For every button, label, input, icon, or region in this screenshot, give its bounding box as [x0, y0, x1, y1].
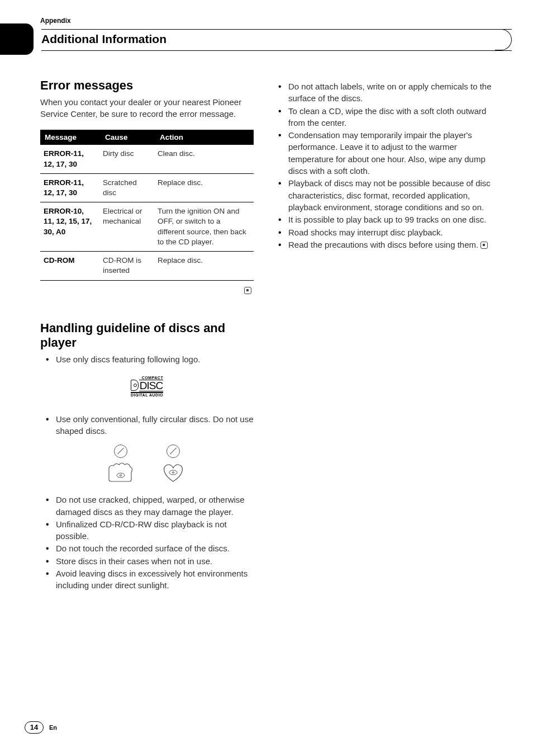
prohibit-icon [114, 445, 127, 458]
list-item-text: Read the precautions with discs before u… [288, 240, 478, 249]
svg-point-0 [117, 473, 125, 478]
disc-icon [131, 380, 139, 391]
section-title-bar: Additional Information [41, 32, 512, 50]
right-column: Do not attach labels, write on or apply … [273, 73, 496, 592]
list-item: Unfinalized CD-R/CD-RW disc playback is … [40, 518, 254, 542]
bullet-list: Use only conventional, fully circular di… [40, 413, 254, 437]
svg-point-1 [120, 475, 122, 476]
section-title: Additional Information [41, 32, 181, 46]
cell-message: CD-ROM [40, 252, 101, 280]
side-black-tab [0, 23, 34, 55]
list-item: Condensation may temporarily impair the … [273, 129, 496, 177]
cell-message: ERROR-10, 11, 12, 15, 17, 30, A0 [40, 202, 101, 252]
svg-point-3 [172, 472, 174, 473]
list-item: Do not use cracked, chipped, warped, or … [40, 494, 254, 518]
cell-cause: Electrical or mechanical [101, 202, 155, 252]
prohibit-icon [166, 445, 180, 458]
error-table: Message Cause Action ERROR-11, 12, 17, 3… [40, 130, 254, 280]
cell-cause: Dirty disc [101, 145, 155, 173]
table-row: ERROR-11, 12, 17, 30 Dirty disc Clean di… [40, 145, 254, 173]
cell-action: Clean disc. [155, 145, 254, 173]
cell-cause: Scratched disc [101, 173, 155, 202]
cell-message: ERROR-11, 12, 17, 30 [40, 173, 101, 202]
svg-point-2 [169, 470, 177, 475]
appendix-label: Appendix [40, 17, 71, 25]
shaped-disc-diagram [40, 445, 254, 485]
cell-action: Turn the ignition ON and OFF, or switch … [155, 202, 254, 252]
page-footer: 14 En [25, 721, 57, 734]
list-item: Use only discs featuring following logo. [40, 353, 254, 365]
square-disc-icon [106, 460, 136, 483]
table-row: ERROR-11, 12, 17, 30 Scratched disc Repl… [40, 173, 254, 202]
cell-action: Replace disc. [155, 252, 254, 280]
th-message: Message [40, 130, 101, 145]
list-item: Playback of discs may not be possible be… [273, 177, 496, 213]
list-item: Do not touch the recorded surface of the… [40, 542, 254, 554]
heading-error-messages: Error messages [40, 78, 254, 93]
bullet-list: Use only discs featuring following logo. [40, 353, 254, 365]
bullet-list: Do not attach labels, write on or apply … [273, 81, 496, 251]
logo-compact-text: COMPACT [131, 376, 163, 380]
table-row: CD-ROM CD-ROM is inserted Replace disc. [40, 252, 254, 280]
list-item: It is possible to play back up to 99 tra… [273, 214, 496, 225]
list-item: Store discs in their cases when not in u… [40, 555, 254, 567]
table-row: ERROR-10, 11, 12, 15, 17, 30, A0 Electri… [40, 202, 254, 252]
heart-disc-icon [158, 460, 188, 483]
cell-message: ERROR-11, 12, 17, 30 [40, 145, 101, 173]
list-item: To clean a CD, wipe the disc with a soft… [273, 105, 496, 129]
cell-action: Replace disc. [155, 173, 254, 202]
language-label: En [49, 724, 57, 731]
cell-cause: CD-ROM is inserted [101, 252, 155, 280]
bullet-list: Do not use cracked, chipped, warped, or … [40, 494, 254, 591]
list-item: Do not attach labels, write on or apply … [273, 81, 496, 105]
heading-handling: Handling guideline of discs and player [40, 321, 254, 351]
th-cause: Cause [101, 130, 155, 145]
logo-disc-text: DISC [139, 380, 163, 391]
section-end-icon [244, 287, 251, 294]
th-action: Action [155, 130, 254, 145]
left-column: Error messages When you contact your dea… [40, 73, 254, 592]
list-item: Road shocks may interrupt disc playback. [273, 226, 496, 238]
page-number: 14 [25, 721, 44, 734]
list-item: Use only conventional, fully circular di… [40, 413, 254, 437]
error-intro: When you contact your dealer or your nea… [40, 96, 254, 120]
compact-disc-logo: COMPACT DISC DIGITAL AUDIO [40, 376, 254, 399]
section-end-icon [480, 242, 488, 249]
list-item: Read the precautions with discs before u… [273, 239, 496, 251]
logo-digital-audio-text: DIGITAL AUDIO [131, 392, 163, 397]
list-item: Avoid leaving discs in excessively hot e… [40, 568, 254, 592]
